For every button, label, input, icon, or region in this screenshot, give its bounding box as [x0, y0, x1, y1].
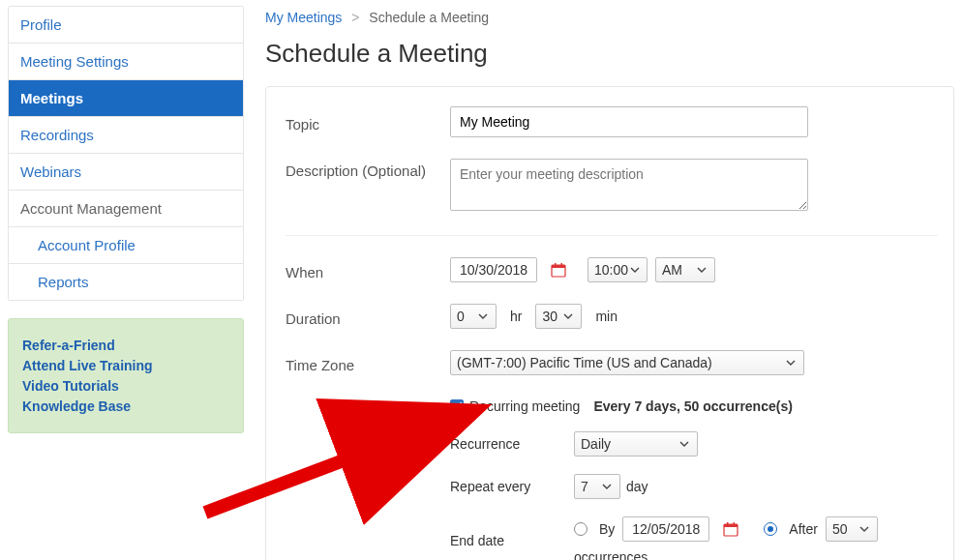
end-after-radio[interactable] [764, 522, 777, 536]
duration-minutes-select[interactable]: 30 [535, 304, 582, 329]
when-ampm-select[interactable]: AM [655, 257, 715, 282]
duration-hours-value: 0 [457, 309, 465, 324]
chevron-down-icon [561, 309, 575, 323]
topic-label: Topic [286, 112, 450, 133]
description-textarea[interactable] [450, 159, 808, 211]
recurring-summary: Every 7 days, 50 occurrence(s) [593, 398, 792, 414]
chevron-down-icon [600, 480, 614, 493]
help-box: Refer-a-Friend Attend Live Training Vide… [8, 318, 244, 433]
sidebar-nav: Profile Meeting Settings Meetings Record… [8, 6, 244, 301]
occurrences-suffix: occurrences [574, 549, 648, 560]
end-by-date-input[interactable]: 12/05/2018 [622, 516, 709, 542]
sidebar-item-account-profile[interactable]: Account Profile [9, 227, 243, 264]
help-link-kb[interactable]: Knowledge Base [22, 398, 229, 414]
end-by-label: By [599, 521, 615, 537]
sidebar-item-webinars[interactable]: Webinars [9, 154, 243, 191]
calendar-icon[interactable] [551, 262, 566, 278]
sidebar-item-profile[interactable]: Profile [9, 7, 243, 44]
duration-label: Duration [286, 307, 450, 327]
when-label: When [286, 260, 450, 280]
recurrence-label: Recurrence [450, 436, 574, 452]
end-after-label: After [789, 521, 818, 537]
chevron-down-icon [858, 522, 871, 536]
help-link-tutorials[interactable]: Video Tutorials [22, 378, 229, 394]
svg-rect-2 [555, 263, 557, 266]
recurrence-select[interactable]: Daily [574, 431, 698, 457]
end-date-label: End date [450, 533, 574, 548]
sidebar-section-account: Account Management [9, 191, 243, 227]
end-after-value: 50 [832, 521, 848, 537]
hr-suffix: hr [510, 309, 522, 324]
timezone-select[interactable]: (GMT-7:00) Pacific Time (US and Canada) [450, 350, 804, 375]
repeat-suffix: day [626, 479, 648, 494]
duration-hours-select[interactable]: 0 [450, 304, 497, 329]
svg-rect-7 [734, 522, 736, 525]
chevron-down-icon [784, 356, 798, 369]
help-link-refer[interactable]: Refer-a-Friend [22, 338, 229, 353]
chevron-down-icon [628, 263, 641, 277]
description-label: Description (Optional) [286, 159, 450, 179]
when-ampm-value: AM [662, 262, 682, 278]
recurring-checkbox[interactable] [450, 399, 464, 413]
repeat-every-value: 7 [581, 479, 588, 494]
recurring-label: Recurring meeting [469, 398, 580, 414]
repeat-every-label: Repeat every [450, 479, 574, 494]
svg-rect-1 [552, 265, 565, 268]
help-link-training[interactable]: Attend Live Training [22, 358, 229, 373]
sidebar-item-meeting-settings[interactable]: Meeting Settings [9, 44, 243, 80]
chevron-down-icon [695, 263, 708, 277]
breadcrumb-sep: > [351, 10, 359, 25]
timezone-label: Time Zone [286, 353, 450, 373]
repeat-every-select[interactable]: 7 [574, 474, 620, 499]
chevron-down-icon [678, 437, 691, 451]
sidebar-item-recordings[interactable]: Recordings [9, 117, 243, 154]
topic-input[interactable] [450, 106, 808, 137]
svg-rect-5 [724, 524, 738, 527]
end-by-radio[interactable] [574, 522, 587, 536]
when-time-value: 10:00 [594, 262, 628, 278]
sidebar-item-meetings[interactable]: Meetings [9, 80, 243, 117]
min-suffix: min [595, 309, 618, 324]
schedule-form: Topic Description (Optional) When 10/30/… [265, 86, 954, 560]
recurrence-value: Daily [581, 436, 611, 452]
breadcrumb: My Meetings > Schedule a Meeting [265, 10, 954, 25]
breadcrumb-current: Schedule a Meeting [369, 10, 489, 25]
duration-minutes-value: 30 [542, 309, 557, 324]
chevron-down-icon [476, 309, 490, 323]
timezone-value: (GMT-7:00) Pacific Time (US and Canada) [457, 355, 712, 370]
page-title: Schedule a Meeting [265, 39, 954, 69]
end-after-select[interactable]: 50 [826, 516, 878, 542]
svg-rect-6 [727, 522, 729, 525]
when-date-input[interactable]: 10/30/2018 [450, 257, 537, 282]
svg-rect-3 [561, 263, 563, 266]
calendar-icon[interactable] [723, 521, 738, 537]
breadcrumb-root[interactable]: My Meetings [265, 10, 342, 25]
sidebar-item-reports[interactable]: Reports [9, 264, 243, 300]
when-time-select[interactable]: 10:00 [587, 257, 648, 282]
